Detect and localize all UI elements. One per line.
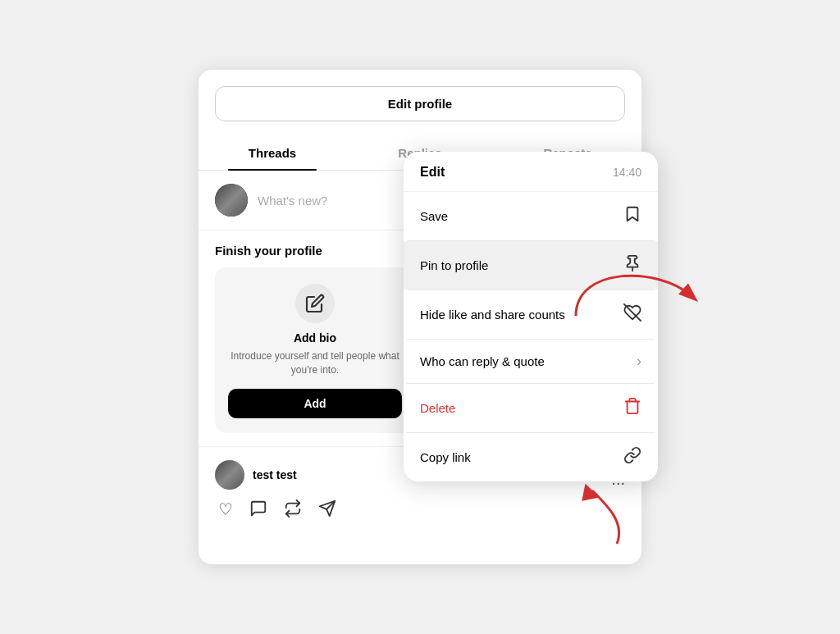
pin-icon bbox=[623, 254, 641, 276]
bookmark-icon bbox=[623, 205, 641, 227]
menu-item-who-can-reply[interactable]: Who can reply & quote › bbox=[404, 340, 658, 383]
menu-header-time: 14:40 bbox=[613, 166, 641, 179]
heart-icon[interactable]: ♡ bbox=[218, 499, 233, 522]
add-bio-title: Add bio bbox=[294, 331, 336, 344]
menu-header: Edit 14:40 bbox=[404, 152, 658, 192]
menu-header-title: Edit bbox=[420, 165, 445, 180]
link-icon bbox=[623, 446, 641, 468]
add-bio-card: Add bio Introduce yourself and tell peop… bbox=[215, 267, 415, 433]
menu-item-copy-link[interactable]: Copy link bbox=[404, 433, 658, 481]
menu-item-hide-likes[interactable]: Hide like and share counts bbox=[404, 290, 658, 339]
comment-icon[interactable] bbox=[249, 499, 267, 522]
post-avatar bbox=[215, 460, 244, 490]
context-menu: Edit 14:40 Save Pin to profile bbox=[404, 152, 658, 481]
share-icon[interactable] bbox=[318, 499, 336, 522]
thread-username: test test bbox=[253, 468, 297, 481]
edit-icon bbox=[295, 284, 335, 323]
repost-icon[interactable] bbox=[284, 499, 302, 522]
who-can-reply-label: Who can reply & quote bbox=[420, 354, 545, 368]
pin-label: Pin to profile bbox=[420, 258, 488, 272]
tab-threads[interactable]: Threads bbox=[199, 135, 346, 170]
chevron-right-icon: › bbox=[637, 353, 641, 370]
menu-item-delete[interactable]: Delete bbox=[404, 384, 658, 432]
trash-icon bbox=[623, 397, 641, 419]
add-bio-desc: Introduce yourself and tell people what … bbox=[228, 349, 402, 377]
hide-likes-label: Hide like and share counts bbox=[420, 308, 565, 322]
add-bio-button[interactable]: Add bbox=[228, 389, 402, 418]
menu-item-save[interactable]: Save bbox=[404, 192, 658, 240]
save-label: Save bbox=[420, 209, 448, 223]
hide-heart-icon bbox=[623, 303, 641, 326]
delete-label: Delete bbox=[420, 401, 455, 415]
thread-actions: ♡ bbox=[215, 499, 625, 522]
new-post-placeholder[interactable]: What's new? bbox=[258, 194, 327, 208]
menu-item-pin[interactable]: Pin to profile bbox=[404, 241, 658, 290]
user-avatar bbox=[215, 184, 248, 217]
edit-profile-button[interactable]: Edit profile bbox=[215, 86, 625, 121]
copy-link-label: Copy link bbox=[420, 450, 471, 464]
